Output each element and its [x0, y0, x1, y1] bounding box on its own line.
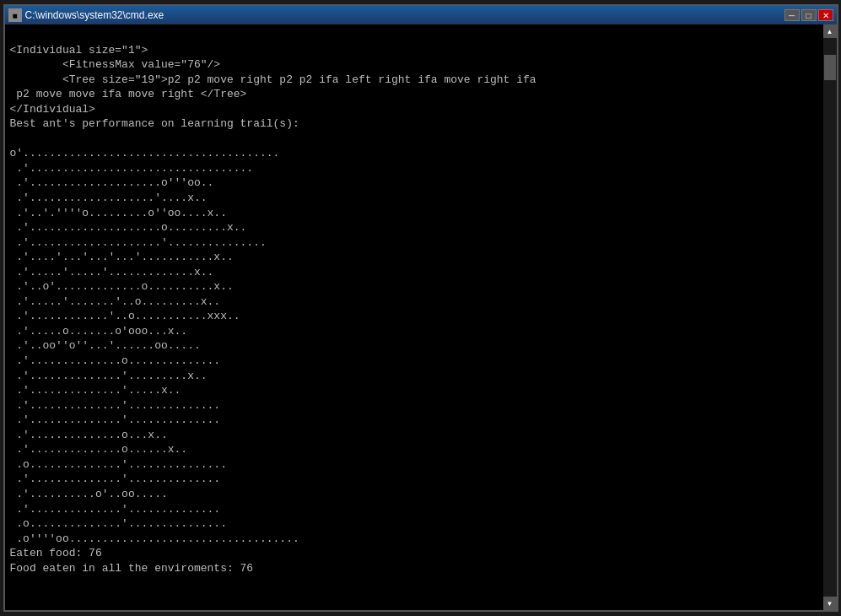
scrollbar[interactable]: ▲ ▼ [823, 24, 837, 610]
close-button[interactable]: ✕ [818, 9, 833, 21]
title-bar-left: ■ C:\windows\system32\cmd.exe [8, 8, 164, 22]
terminal-output: <Individual size="1"> <FitnessMax value=… [5, 24, 837, 594]
scrollbar-thumb[interactable] [824, 55, 836, 80]
scrollbar-track[interactable] [823, 38, 837, 597]
terminal-text: <Individual size="1"> <FitnessMax value=… [10, 44, 536, 575]
scroll-up-button[interactable]: ▲ [823, 24, 837, 38]
scroll-down-button[interactable]: ▼ [823, 597, 837, 610]
cmd-window: ■ C:\windows\system32\cmd.exe ─ □ ✕ <Ind… [3, 4, 838, 612]
maximize-button[interactable]: □ [801, 9, 817, 21]
minimize-button[interactable]: ─ [784, 9, 800, 21]
title-bar-buttons: ─ □ ✕ [784, 9, 833, 21]
window-icon: ■ [8, 8, 22, 22]
window-title: C:\windows\system32\cmd.exe [25, 9, 164, 21]
title-bar: ■ C:\windows\system32\cmd.exe ─ □ ✕ [5, 6, 837, 24]
